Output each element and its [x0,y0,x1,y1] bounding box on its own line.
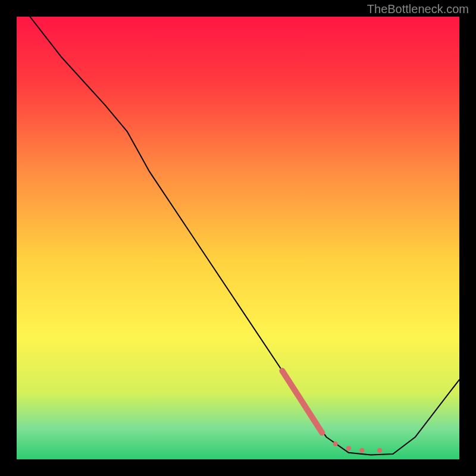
highlight-dot [359,448,364,453]
highlight-dot [377,448,382,453]
highlight-dot [333,441,338,446]
watermark-text: TheBottleneck.com [367,2,469,16]
chart-svg [17,17,459,459]
highlight-dot [346,446,351,450]
chart-container [17,17,459,459]
chart-background [17,17,459,459]
